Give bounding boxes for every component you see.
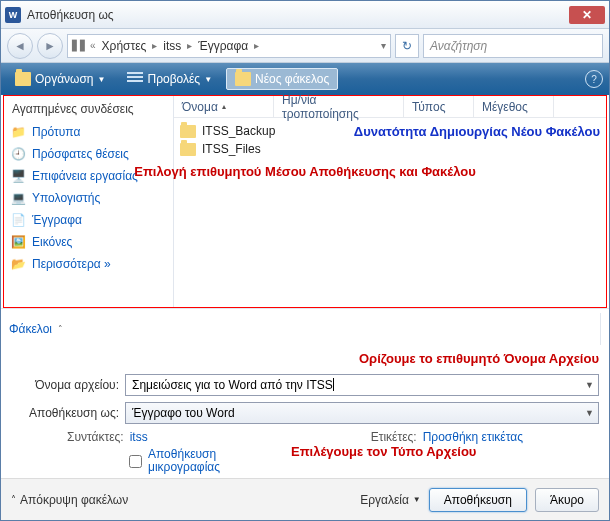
folder-name: ITSS_Backup <box>202 124 275 138</box>
hide-folders-label: Απόκρυψη φακέλων <box>20 493 128 507</box>
views-icon <box>127 72 143 86</box>
breadcrumb-seg[interactable]: Έγγραφα <box>194 39 252 53</box>
breadcrumb[interactable]: ▋▋ « Χρήστες ▸ itss ▸ Έγγραφα ▸ ▾ <box>67 34 391 58</box>
titlebar: W Αποθήκευση ως ✕ <box>1 1 609 29</box>
fav-icon: 📁 <box>10 124 26 140</box>
fav-icon: 💻 <box>10 190 26 206</box>
folder-item[interactable]: ITSS_Files <box>180 140 600 158</box>
save-as-dialog: W Αποθήκευση ως ✕ ◄ ► ▋▋ « Χρήστες ▸ its… <box>0 0 610 521</box>
annotation-new-folder: Δυνατότητα Δημιουργίας Νέου Φακέλου <box>354 124 600 139</box>
favorite-link[interactable]: 💻Υπολογιστής <box>10 190 167 206</box>
organize-button[interactable]: Οργάνωση ▼ <box>7 69 113 89</box>
word-icon: W <box>5 7 21 23</box>
tags-value[interactable]: Προσθήκη ετικέτας <box>423 430 523 444</box>
thumbnail-label: Αποθήκευση μικρογραφίας <box>148 448 228 474</box>
command-toolbar: Οργάνωση ▼ Προβολές ▼ Νέος φάκελος ? <box>1 63 609 95</box>
dropdown-icon[interactable]: ▾ <box>381 40 386 51</box>
views-label: Προβολές <box>147 72 200 86</box>
col-size[interactable]: Μέγεθος <box>474 96 554 117</box>
chevron-up-icon: ˄ <box>11 494 16 505</box>
authors-value[interactable]: itss <box>130 430 148 444</box>
fav-label: Έγγραφα <box>32 213 82 227</box>
saveas-combo[interactable]: Έγγραφο του Word ▼ <box>125 402 599 424</box>
folder-icon <box>235 72 251 86</box>
breadcrumb-seg[interactable]: itss <box>159 39 185 53</box>
search-input[interactable]: Αναζήτηση <box>423 34 603 58</box>
forward-button[interactable]: ► <box>37 33 63 59</box>
column-headers: Όνομα▴ Ημ/νία τροποποίησης Τύπος Μέγεθος <box>174 96 606 118</box>
views-button[interactable]: Προβολές ▼ <box>119 69 220 89</box>
favorites-pane: Αγαπημένες συνδέσεις 📁Πρότυπα🕘Πρόσφατες … <box>4 96 174 307</box>
annotation-filetype: Επιλέγουμε τον Τύπο Αρχείου <box>291 444 476 459</box>
back-button[interactable]: ◄ <box>7 33 33 59</box>
favorite-link[interactable]: 📁Πρότυπα <box>10 124 167 140</box>
col-name[interactable]: Όνομα▴ <box>174 96 274 117</box>
folders-toggle[interactable]: Φάκελοι ˄ <box>1 308 609 349</box>
thumbnail-checkbox[interactable] <box>129 455 142 468</box>
favorite-link[interactable]: 📄Έγγραφα <box>10 212 167 228</box>
nav-bar: ◄ ► ▋▋ « Χρήστες ▸ itss ▸ Έγγραφα ▸ ▾ ↻ … <box>1 29 609 63</box>
chevron-icon: « <box>90 40 96 51</box>
close-button[interactable]: ✕ <box>569 6 605 24</box>
col-type[interactable]: Τύπος <box>404 96 474 117</box>
fav-icon: 📄 <box>10 212 26 228</box>
chevron-down-icon: ▼ <box>98 75 106 84</box>
chevron-down-icon: ▼ <box>413 495 421 504</box>
chevron-up-icon: ˄ <box>58 324 63 334</box>
tags-label: Ετικέτες: <box>371 430 417 444</box>
folder-name: ITSS_Files <box>202 142 261 156</box>
chevron-right-icon: ▸ <box>187 40 192 51</box>
annotation-filename: Ορίζουμε το επιθυμητό Όνομα Αρχείου <box>1 349 609 368</box>
authors-label: Συντάκτες: <box>67 430 124 444</box>
fav-label: Πρότυπα <box>32 125 80 139</box>
fav-icon: 📂 <box>10 256 26 272</box>
favorite-link[interactable]: 🖼️Εικόνες <box>10 234 167 250</box>
fav-label: Περισσότερα » <box>32 257 111 271</box>
favorite-link[interactable]: 📂Περισσότερα » <box>10 256 167 272</box>
chevron-down-icon: ▼ <box>204 75 212 84</box>
favorites-heading: Αγαπημένες συνδέσεις <box>4 96 173 122</box>
hide-folders-button[interactable]: ˄ Απόκρυψη φακέλων <box>11 493 128 507</box>
tools-label: Εργαλεία <box>360 493 409 507</box>
tools-button[interactable]: Εργαλεία ▼ <box>360 493 421 507</box>
cancel-button[interactable]: Άκυρο <box>535 488 599 512</box>
chevron-right-icon: ▸ <box>254 40 259 51</box>
fav-label: Εικόνες <box>32 235 72 249</box>
fav-label: Πρόσφατες θέσεις <box>32 147 129 161</box>
window-title: Αποθήκευση ως <box>27 8 569 22</box>
folder-icon <box>15 72 31 86</box>
favorite-link[interactable]: 🕘Πρόσφατες θέσεις <box>10 146 167 162</box>
filename-label: Όνομα αρχείου: <box>11 378 119 392</box>
filename-input[interactable]: Σημειώσεις για το Word από την ITSS ▼ <box>125 374 599 396</box>
new-folder-label: Νέος φάκελος <box>255 72 329 86</box>
fav-label: Υπολογιστής <box>32 191 100 205</box>
col-date[interactable]: Ημ/νία τροποποίησης <box>274 96 404 117</box>
sort-asc-icon: ▴ <box>222 102 226 111</box>
chevron-down-icon[interactable]: ▼ <box>585 408 594 418</box>
chevron-right-icon: ▸ <box>152 40 157 51</box>
search-placeholder: Αναζήτηση <box>430 39 487 53</box>
refresh-button[interactable]: ↻ <box>395 34 419 58</box>
folder-icon <box>180 143 196 156</box>
annotation-choose-loc: Επιλογή επιθυμητού Μέσου Αποθήκευσης και… <box>10 164 600 179</box>
pc-icon: ▋▋ <box>72 40 88 51</box>
body-area: Αγαπημένες συνδέσεις 📁Πρότυπα🕘Πρόσφατες … <box>3 95 607 308</box>
organize-label: Οργάνωση <box>35 72 94 86</box>
folders-label: Φάκελοι <box>9 322 52 336</box>
folder-icon <box>180 125 196 138</box>
fav-icon: 🖼️ <box>10 234 26 250</box>
form-area: Όνομα αρχείου: Σημειώσεις για το Word απ… <box>1 368 609 478</box>
file-pane: Όνομα▴ Ημ/νία τροποποίησης Τύπος Μέγεθος… <box>174 96 606 307</box>
help-button[interactable]: ? <box>585 70 603 88</box>
fav-icon: 🕘 <box>10 146 26 162</box>
chevron-down-icon[interactable]: ▼ <box>585 380 594 390</box>
new-folder-button[interactable]: Νέος φάκελος <box>226 68 338 90</box>
saveas-value: Έγγραφο του Word <box>132 406 235 420</box>
breadcrumb-seg[interactable]: Χρήστες <box>98 39 151 53</box>
footer: ˄ Απόκρυψη φακέλων Εργαλεία ▼ Αποθήκευση… <box>1 478 609 520</box>
saveas-label: Αποθήκευση ως: <box>11 406 119 420</box>
filename-value: Σημειώσεις για το Word από την ITSS <box>132 378 333 392</box>
save-button[interactable]: Αποθήκευση <box>429 488 527 512</box>
